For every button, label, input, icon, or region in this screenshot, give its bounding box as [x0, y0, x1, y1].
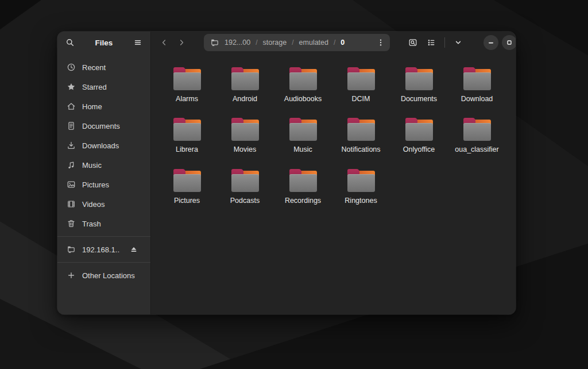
folder-label: oua_classifier [455, 145, 500, 154]
folder-label: Ringtones [339, 196, 384, 205]
folder-label: Alarms [165, 94, 210, 103]
back-button[interactable] [157, 35, 172, 50]
folder-item-audiobooks[interactable]: Audiobooks [274, 67, 332, 118]
breadcrumb-separator: / [256, 39, 257, 47]
sidebar-item-other-locations[interactable]: Other Locations [61, 266, 147, 285]
forward-button[interactable] [174, 35, 189, 50]
sidebar-list: Recent Starred Home Documents Downloads … [57, 53, 150, 233]
other-locations-label: Other Locations [82, 271, 141, 280]
sidebar-item-downloads[interactable]: Downloads [61, 136, 147, 155]
breadcrumb-storage[interactable]: storage [263, 39, 287, 47]
folder-item-ringtones[interactable]: Ringtones [332, 169, 390, 220]
minimize-button[interactable] [483, 35, 498, 50]
sidebar-item-videos[interactable]: Videos [61, 194, 147, 214]
kebab-icon [376, 38, 385, 47]
sidebar-item-label: Home [82, 102, 102, 111]
folder-item-android[interactable]: Android [216, 67, 274, 118]
folder-icon [231, 118, 259, 141]
folder-label: Notifications [339, 145, 384, 154]
folder-label: Recordings [281, 196, 326, 205]
sidebar-item-label: Documents [82, 122, 120, 130]
location-icon [210, 38, 219, 47]
home-icon [67, 102, 76, 111]
folder-icon [347, 169, 375, 192]
breadcrumb-separator: / [292, 39, 293, 47]
folder-item-podcasts[interactable]: Podcasts [216, 169, 274, 220]
minimize-icon [486, 38, 496, 47]
search-in-folder-button[interactable] [405, 34, 421, 51]
search-button[interactable] [62, 34, 78, 51]
folder-item-download[interactable]: Download [448, 67, 506, 118]
folder-icon [231, 67, 259, 90]
image-icon [67, 180, 76, 189]
view-options-button[interactable] [450, 34, 466, 51]
folder-label: Documents [397, 94, 442, 103]
header-actions [423, 34, 516, 51]
star-icon [67, 82, 76, 91]
folder-icon [173, 169, 201, 192]
folder-icon [405, 67, 433, 90]
sidebar-item-trash[interactable]: Trash [61, 214, 147, 233]
folder-icon [463, 118, 491, 141]
sidebar-header: Files [57, 32, 150, 53]
folder-label: Librera [165, 145, 210, 154]
main-menu-button[interactable] [130, 34, 146, 51]
chevron-right-icon [177, 38, 186, 47]
folder-item-recordings[interactable]: Recordings [274, 169, 332, 220]
view-list-button[interactable] [423, 34, 439, 51]
sidebar-separator [57, 236, 150, 237]
document-icon [67, 121, 76, 130]
folder-item-pictures[interactable]: Pictures [158, 169, 216, 220]
sidebar-item-documents[interactable]: Documents [61, 116, 147, 136]
sidebar-item-label: Starred [82, 83, 107, 91]
sidebar-item-label: Videos [82, 200, 105, 209]
folder-item-oua_classifier[interactable]: oua_classifier [448, 118, 506, 168]
sidebar-item-starred[interactable]: Starred [61, 77, 147, 97]
chevron-left-icon [160, 38, 169, 47]
eject-button[interactable] [126, 242, 141, 257]
folder-item-dcim[interactable]: DCIM [332, 67, 390, 118]
sidebar-item-label: Trash [82, 220, 101, 228]
eject-icon [129, 245, 138, 254]
folder-item-alarms[interactable]: Alarms [158, 67, 216, 118]
maximize-icon [505, 38, 514, 47]
sidebar-item-pictures[interactable]: Pictures [61, 175, 147, 194]
folder-item-onlyoffice[interactable]: Onlyoffice [390, 118, 448, 168]
folder-grid: Alarms Android Audiobooks DCIM Documents… [151, 53, 516, 233]
sidebar-item-label: Downloads [82, 141, 119, 150]
folder-item-notifications[interactable]: Notifications [332, 118, 390, 168]
maximize-button[interactable] [502, 35, 516, 50]
sidebar-item-recent[interactable]: Recent [61, 57, 147, 77]
sidebar-item-home[interactable]: Home [61, 97, 147, 116]
header-separator [444, 37, 445, 48]
plus-icon [67, 271, 76, 280]
path-bar[interactable]: 192...00 / storage / emulated / 0 [204, 34, 390, 51]
download-icon [67, 141, 76, 150]
breadcrumb-host[interactable]: 192...00 [225, 39, 250, 47]
folder-label: Android [223, 94, 268, 103]
sidebar: Files Recent Starred Home Documents Down… [57, 32, 150, 314]
sidebar-item-label: Pictures [82, 180, 109, 189]
hamburger-icon [133, 38, 142, 47]
music-note-icon [67, 160, 76, 170]
folder-icon [405, 118, 433, 141]
breadcrumb-current[interactable]: 0 [341, 39, 345, 47]
folder-item-movies[interactable]: Movies [216, 118, 274, 168]
sidebar-item-label: Music [82, 161, 102, 170]
folder-icon [463, 67, 491, 90]
breadcrumb-emulated[interactable]: emulated [299, 39, 328, 47]
folder-icon [289, 118, 317, 141]
path-more-button[interactable] [374, 36, 388, 49]
folder-item-librera[interactable]: Librera [158, 118, 216, 168]
chevron-down-icon [454, 38, 463, 47]
sidebar-item-music[interactable]: Music [61, 155, 147, 175]
list-view-icon [427, 38, 436, 47]
remote-folder-icon [67, 245, 76, 254]
folder-icon [231, 169, 259, 192]
header-bar: 192...00 / storage / emulated / 0 [151, 32, 516, 53]
folder-label: DCIM [339, 94, 384, 103]
folder-item-documents[interactable]: Documents [390, 67, 448, 118]
sidebar-item-network-mount[interactable]: 192.168.1.... [61, 240, 147, 259]
folder-item-music[interactable]: Music [274, 118, 332, 168]
folder-label: Download [455, 94, 500, 103]
